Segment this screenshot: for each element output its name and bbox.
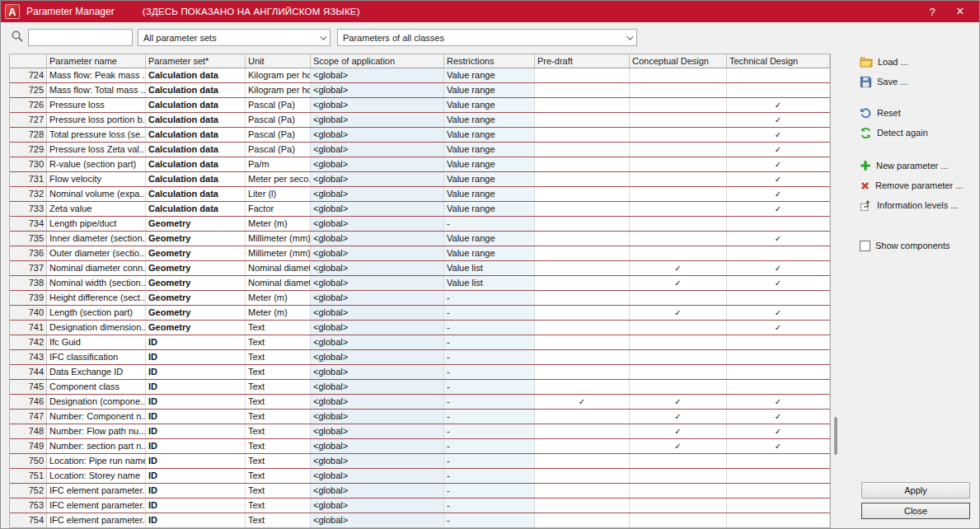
apply-button[interactable]: Apply bbox=[861, 482, 970, 499]
cell-pre bbox=[535, 454, 630, 468]
column-header-pre-draft[interactable]: Pre-draft bbox=[535, 54, 630, 68]
cell-pre bbox=[535, 83, 630, 97]
cell-unit: Text bbox=[246, 335, 311, 349]
cell-restr: Value range bbox=[444, 202, 535, 216]
scrollbar-thumb[interactable] bbox=[834, 417, 837, 455]
cell-unit: Text bbox=[246, 321, 311, 335]
cell-pre bbox=[535, 335, 630, 349]
table-row[interactable]: 747Number: Component n...IDText<global>-… bbox=[10, 410, 830, 424]
cell-restr: Value list bbox=[444, 261, 535, 275]
close-icon[interactable]: × bbox=[946, 1, 974, 22]
table-row[interactable]: 740Length (section part)GeometryMeter (m… bbox=[10, 306, 830, 321]
table-row[interactable]: 727Pressure loss portion b...Calculation… bbox=[10, 113, 830, 128]
table-scrollbar[interactable] bbox=[832, 54, 840, 528]
remove-parameter-button[interactable]: Remove parameter ... bbox=[860, 177, 980, 194]
table-row[interactable]: 741Designation dimension...GeometryText<… bbox=[10, 321, 830, 335]
table-row[interactable]: 752IFC element parameter...IDText<global… bbox=[10, 484, 830, 499]
cell-name: Nominal width (section... bbox=[47, 276, 146, 290]
table-row[interactable]: 730R-value (section part)Calculation dat… bbox=[10, 157, 830, 172]
cell-restr: - bbox=[444, 217, 535, 231]
table-row[interactable]: 743IFC classificationIDText<global>- bbox=[10, 350, 830, 365]
table-row[interactable]: 737Nominal diameter conn...GeometryNomin… bbox=[10, 261, 830, 276]
information-levels-label: Information levels ... bbox=[877, 200, 958, 210]
table-row[interactable]: 731Flow velocityCalculation dataMeter pe… bbox=[10, 172, 830, 187]
cell-num: 736 bbox=[10, 246, 47, 260]
table-row[interactable]: 734Length pipe/ductGeometryMeter (m)<glo… bbox=[10, 217, 830, 232]
cell-con bbox=[630, 232, 727, 246]
cell-scope: <global> bbox=[311, 187, 444, 201]
table-row[interactable]: 748Number: Flow path nu...IDText<global>… bbox=[10, 424, 830, 439]
new-parameter-button[interactable]: New parameter ... bbox=[860, 157, 980, 174]
table-row[interactable]: 736Outer diameter (sectio...GeometryMill… bbox=[10, 246, 830, 261]
cell-unit: Pascal (Pa) bbox=[246, 113, 311, 127]
table-row[interactable]: 745Component classIDText<global>- bbox=[10, 380, 830, 395]
table-row[interactable]: 749Number: section part n...IDText<globa… bbox=[10, 439, 830, 454]
cell-pre bbox=[535, 172, 630, 186]
table-row[interactable]: 724Mass flow: Peak mass ...Calculation d… bbox=[10, 68, 830, 83]
information-levels-button[interactable]: Information levels ... bbox=[860, 197, 980, 213]
cell-name: Designation dimension... bbox=[47, 321, 146, 335]
cell-set: Geometry bbox=[146, 306, 246, 320]
cell-con bbox=[630, 365, 727, 379]
table-row[interactable]: 753IFC element parameter...IDText<global… bbox=[10, 499, 830, 513]
check-icon: ✓ bbox=[727, 128, 830, 142]
table-row[interactable]: 738Nominal width (section...GeometryNomi… bbox=[10, 276, 830, 291]
table-row[interactable]: 744Data Exchange IDIDText<global>- bbox=[10, 365, 830, 380]
save-button[interactable]: Save ... bbox=[860, 73, 980, 90]
column-header-unit[interactable]: Unit bbox=[246, 54, 311, 68]
save-disk-icon bbox=[860, 76, 872, 88]
cell-scope: <global> bbox=[311, 128, 444, 142]
parameter-set-filter-dropdown[interactable]: All parameter sets bbox=[138, 29, 331, 46]
column-header-restrictions[interactable]: Restrictions bbox=[444, 54, 535, 68]
table-row[interactable]: 739Height difference (sect...GeometryMet… bbox=[10, 291, 830, 306]
detect-again-label: Detect again bbox=[877, 128, 928, 138]
column-header-scope[interactable]: Scope of application bbox=[311, 54, 444, 68]
check-icon: ✓ bbox=[727, 143, 830, 157]
cell-scope: <global> bbox=[311, 454, 444, 468]
table-row[interactable]: 726Pressure lossCalculation dataPascal (… bbox=[10, 98, 830, 113]
cell-restr: Value range bbox=[444, 232, 535, 246]
cell-name: Ifc Guid bbox=[47, 335, 146, 349]
cell-name: Pressure loss bbox=[47, 98, 146, 112]
information-levels-icon bbox=[860, 199, 872, 212]
cell-unit: Kilogram per ho... bbox=[246, 83, 311, 97]
reset-label: Reset bbox=[877, 108, 901, 118]
detect-again-button[interactable]: Detect again bbox=[860, 124, 980, 141]
parameter-set-filter-value: All parameter sets bbox=[143, 33, 217, 43]
column-header-index[interactable] bbox=[10, 54, 47, 68]
column-header-parameter-set[interactable]: Parameter set* bbox=[146, 54, 246, 68]
search-input[interactable] bbox=[28, 29, 133, 46]
table-row[interactable]: 751Location: Storey nameIDText<global>- bbox=[10, 469, 830, 484]
help-button[interactable]: ? bbox=[918, 1, 946, 22]
load-button[interactable]: Load ... bbox=[860, 54, 980, 70]
cell-num: 733 bbox=[10, 202, 47, 216]
cell-scope: <global> bbox=[311, 380, 444, 394]
class-filter-dropdown[interactable]: Parameters of all classes bbox=[337, 29, 637, 46]
table-row[interactable]: 754IFC element parameter...IDText<global… bbox=[10, 513, 830, 528]
column-header-technical-design[interactable]: Technical Design bbox=[727, 54, 830, 68]
table-row[interactable]: 729Pressure loss Zeta val...Calculation … bbox=[10, 143, 830, 157]
column-header-parameter-name[interactable]: Parameter name bbox=[47, 54, 146, 68]
cell-tec bbox=[727, 365, 830, 379]
reset-button[interactable]: Reset bbox=[860, 105, 980, 121]
table-row[interactable]: 732Nominal volume (expa...Calculation da… bbox=[10, 187, 830, 202]
table-row[interactable]: 742Ifc GuidIDText<global>- bbox=[10, 335, 830, 350]
table-row[interactable]: 728Total pressure loss (se...Calculation… bbox=[10, 128, 830, 143]
cell-tec bbox=[727, 217, 830, 231]
checkbox-icon[interactable] bbox=[860, 241, 870, 251]
cell-pre bbox=[535, 128, 630, 142]
cell-restr: Value range bbox=[444, 98, 535, 112]
table-row[interactable]: 735Inner diameter (section...GeometryMil… bbox=[10, 232, 830, 246]
table-row[interactable]: 733Zeta valueCalculation dataFactor<glob… bbox=[10, 202, 830, 217]
cell-con bbox=[630, 217, 727, 231]
cell-restr: - bbox=[444, 499, 535, 513]
table-row[interactable]: 746Designation (compone...IDText<global>… bbox=[10, 395, 830, 410]
cell-set: Calculation data bbox=[146, 187, 246, 201]
column-header-conceptual-design[interactable]: Conceptual Design bbox=[630, 54, 727, 68]
close-button[interactable]: Close bbox=[861, 503, 970, 519]
cell-set: Calculation data bbox=[146, 98, 246, 112]
table-row[interactable]: 750Location: Pipe run nameIDText<global>… bbox=[10, 454, 830, 469]
cell-name: Nominal volume (expa... bbox=[47, 187, 146, 201]
show-components-checkbox[interactable]: Show components bbox=[860, 237, 980, 254]
table-row[interactable]: 725Mass flow: Total mass ...Calculation … bbox=[10, 83, 830, 98]
